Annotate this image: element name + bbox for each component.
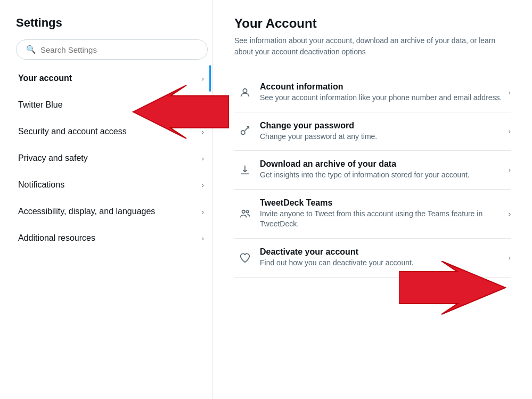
tweetdeck-teams-item[interactable]: TweetDeck Teams Invite anyone to Tweet f… bbox=[234, 190, 511, 239]
main-content: Your Account See information about your … bbox=[213, 0, 532, 399]
chevron-icon: › bbox=[202, 234, 204, 242]
chevron-icon: › bbox=[202, 75, 204, 83]
sidebar-item-notifications[interactable]: Notifications › bbox=[16, 172, 210, 198]
svg-point-2 bbox=[242, 210, 245, 214]
sidebar-item-accessibility[interactable]: Accessibility, display, and languages › bbox=[16, 198, 210, 225]
svg-point-1 bbox=[241, 131, 245, 134]
chevron-icon: › bbox=[202, 128, 204, 136]
account-info-item[interactable]: Account information See your account inf… bbox=[234, 74, 511, 112]
chevron-icon: › bbox=[509, 210, 511, 218]
chevron-icon: › bbox=[202, 154, 204, 162]
chevron-icon: › bbox=[509, 127, 511, 135]
change-password-item[interactable]: Change your password Change your passwor… bbox=[234, 112, 511, 151]
download-archive-item[interactable]: Download an archive of your data Get ins… bbox=[234, 151, 511, 190]
page-description: See information about your account, down… bbox=[234, 35, 511, 58]
search-input[interactable] bbox=[40, 45, 198, 54]
search-icon: 🔍 bbox=[26, 45, 36, 54]
sidebar: Settings 🔍 Your account › Twitter Blue S… bbox=[0, 0, 213, 399]
heart-icon bbox=[234, 252, 256, 264]
sidebar-item-twitter-blue[interactable]: Twitter Blue bbox=[16, 92, 210, 118]
chevron-icon: › bbox=[202, 208, 204, 216]
sidebar-item-your-account[interactable]: Your account › bbox=[16, 65, 210, 92]
deactivate-account-item[interactable]: Deactivate your account Find out how you… bbox=[234, 239, 511, 278]
settings-title: Settings bbox=[16, 16, 212, 30]
group-icon bbox=[234, 208, 256, 219]
download-archive-text: Download an archive of your data Get ins… bbox=[256, 159, 502, 181]
search-box[interactable]: 🔍 bbox=[16, 39, 208, 60]
deactivate-text: Deactivate your account Find out how you… bbox=[256, 247, 502, 268]
svg-point-0 bbox=[243, 88, 247, 92]
change-password-text: Change your password Change your passwor… bbox=[256, 121, 502, 142]
person-icon bbox=[234, 87, 256, 99]
active-indicator bbox=[209, 65, 211, 92]
tweetdeck-teams-text: TweetDeck Teams Invite anyone to Tweet f… bbox=[256, 198, 502, 230]
svg-point-3 bbox=[246, 210, 249, 213]
account-info-text: Account information See your account inf… bbox=[256, 82, 502, 103]
chevron-icon: › bbox=[202, 181, 204, 189]
key-icon bbox=[234, 125, 256, 137]
chevron-icon: › bbox=[509, 166, 511, 174]
download-icon bbox=[234, 164, 256, 176]
chevron-icon: › bbox=[509, 88, 511, 96]
sidebar-item-privacy[interactable]: Privacy and safety › bbox=[16, 145, 210, 172]
page-title: Your Account bbox=[234, 16, 511, 31]
sidebar-item-additional[interactable]: Additional resources › bbox=[16, 225, 210, 251]
sidebar-item-security[interactable]: Security and account access › bbox=[16, 118, 210, 145]
chevron-icon: › bbox=[509, 254, 511, 262]
